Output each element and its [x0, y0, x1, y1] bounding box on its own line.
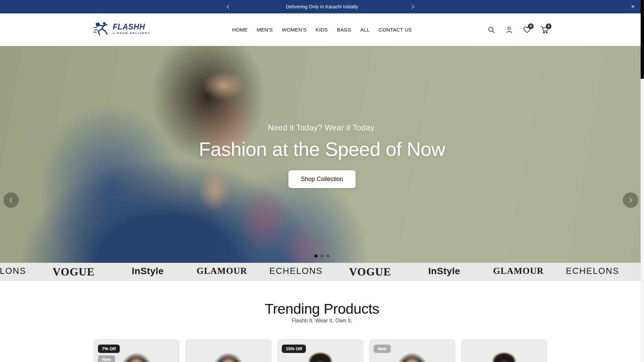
chevron-right-icon	[411, 4, 415, 9]
brand-logo-glamour: GLAMOUR	[185, 266, 259, 278]
header-actions: 0 0	[485, 13, 551, 46]
shop-collection-button[interactable]: Shop Collection	[288, 170, 356, 188]
product-badges: New	[374, 345, 391, 353]
product-card[interactable]	[185, 339, 272, 362]
chevron-left-icon	[9, 197, 13, 203]
announcement-bar: Delivering Only in Karachi Initially ✕	[0, 0, 644, 13]
chevron-right-icon	[628, 197, 633, 203]
nav-item-contact-us[interactable]: CONTACT US	[379, 27, 412, 33]
brand-logo-vogue: VOGUE	[333, 266, 407, 278]
announcement-close-button[interactable]: ✕	[630, 4, 636, 10]
nav-item-all[interactable]: ALL	[360, 27, 370, 33]
product-badges: 15% Off	[282, 345, 306, 353]
discount-badge: 7% Off	[98, 345, 120, 353]
brand-logo-instyle: InStyle	[407, 266, 481, 278]
account-icon	[505, 26, 513, 34]
brand-logo-glamour: GLAMOUR	[481, 266, 555, 278]
discount-badge: 15% Off	[282, 345, 306, 353]
nav-item-kids[interactable]: KIDS	[316, 27, 328, 33]
nav-item-bags[interactable]: BAGS	[337, 27, 351, 33]
hero-slide-dots	[0, 254, 644, 258]
hero-dot-1[interactable]	[314, 254, 318, 258]
cart-button[interactable]: 0	[539, 24, 551, 36]
site-header: FLASHH 2-HOUR DELIVERY HOMEMEN'SWOMEN'SK…	[0, 13, 644, 46]
scrollbar-thumb[interactable]	[641, 0, 644, 79]
brand-logo-echelons: ECHELONS	[259, 266, 333, 278]
hero-prev-button[interactable]	[3, 192, 19, 208]
brand-logo-instyle: InStyle	[111, 266, 185, 278]
nav-item-women-s[interactable]: WOMEN'S	[282, 27, 307, 33]
product-card[interactable]	[461, 339, 547, 362]
trending-subtitle: Flashh It. Wear It. Own It.	[0, 318, 644, 324]
product-card[interactable]: 7% OffNew	[93, 339, 180, 362]
hero-carousel: Need it Today? Wear it Today. Fashion at…	[0, 46, 644, 263]
new-badge: New	[98, 355, 115, 362]
trending-title: Trending Products	[0, 301, 644, 317]
product-badges: 7% OffNew	[98, 345, 120, 362]
page-scrollbar[interactable]	[641, 0, 644, 362]
nav-item-men-s[interactable]: MEN'S	[257, 27, 273, 33]
storefront-page: Delivering Only in Karachi Initially ✕	[0, 0, 644, 362]
announcement-next-button[interactable]	[409, 3, 417, 11]
new-badge: New	[374, 345, 391, 353]
brand-logo-vogue: VOGUE	[37, 266, 111, 278]
hero-next-button[interactable]	[623, 192, 638, 208]
nav-item-home[interactable]: HOME	[232, 27, 248, 33]
product-photo-woman-portrait	[185, 339, 272, 362]
brand-marquee: ECHELONSVOGUEInStyleGLAMOURECHELONSVOGUE…	[0, 263, 644, 281]
product-card[interactable]: New	[369, 339, 455, 362]
brand-marquee-track: ECHELONSVOGUEInStyleGLAMOURECHELONSVOGUE…	[0, 266, 630, 278]
wishlist-count-badge: 0	[528, 23, 534, 29]
brand-logo-echelons: ECHELONS	[0, 266, 37, 278]
hero-content: Need it Today? Wear it Today. Fashion at…	[0, 46, 644, 263]
product-photo-man-portrait	[461, 339, 547, 362]
brand-logo-echelons: ECHELONS	[555, 266, 630, 278]
wishlist-button[interactable]: 0	[521, 24, 533, 36]
product-grid: 7% OffNew15% OffNew	[93, 339, 547, 362]
hero-title: Fashion at the Speed of Now	[199, 138, 445, 160]
account-button[interactable]	[503, 24, 515, 36]
search-button[interactable]	[485, 24, 497, 36]
product-card[interactable]: 15% Off	[277, 339, 364, 362]
hero-eyebrow: Need it Today? Wear it Today.	[268, 123, 376, 132]
announcement-message: Delivering Only in Karachi Initially	[0, 0, 644, 13]
search-icon	[487, 26, 495, 34]
cart-count-badge: 0	[546, 23, 551, 29]
hero-dot-3[interactable]	[326, 254, 330, 258]
hero-dot-2[interactable]	[320, 254, 324, 258]
